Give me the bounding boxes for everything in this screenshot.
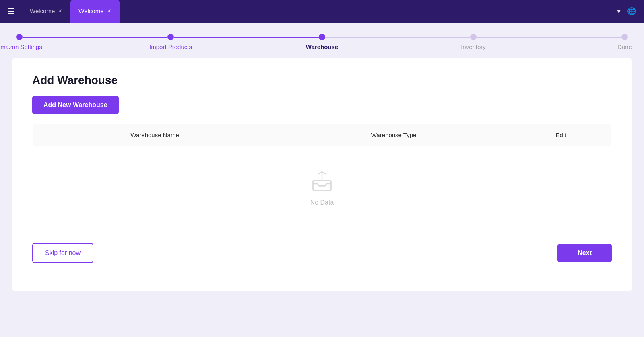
step-line-3: [325, 37, 470, 38]
table-header-row: Warehouse Name Warehouse Type Edit: [33, 124, 612, 146]
step-line-1: [23, 37, 167, 38]
menu-icon[interactable]: ☰: [0, 0, 22, 23]
stepper: Amazon Settings Import Products Warehous…: [0, 23, 644, 48]
step-dot-4: [470, 34, 477, 40]
step-label-4: Inventory: [461, 43, 486, 50]
step-line-2: [174, 37, 319, 38]
header: ☰ Welcome ✕ Welcome ✕ ▾ 🌐: [0, 0, 644, 23]
header-right: ▾ 🌐: [609, 0, 644, 23]
step-line-4: [477, 37, 621, 38]
step-amazon-settings: Amazon Settings: [16, 34, 23, 40]
next-button[interactable]: Next: [557, 244, 612, 262]
tab-welcome-2[interactable]: Welcome ✕: [70, 0, 119, 23]
col-warehouse-type: Warehouse Type: [277, 124, 510, 146]
step-label-1: Amazon Settings: [0, 43, 42, 50]
col-warehouse-name: Warehouse Name: [33, 124, 277, 146]
step-dot-2: [167, 34, 174, 40]
empty-state-row: No Data: [33, 146, 612, 231]
step-label-3: Warehouse: [306, 43, 338, 50]
page-title: Add Warehouse: [32, 74, 612, 87]
step-dot-5: [621, 34, 628, 40]
step-warehouse: Warehouse: [319, 34, 325, 40]
step-import-products: Import Products: [167, 34, 174, 40]
empty-inbox-icon: [310, 170, 334, 194]
add-new-warehouse-button[interactable]: Add New Warehouse: [32, 96, 119, 114]
step-done: Done: [621, 34, 628, 40]
step-label-2: Import Products: [149, 43, 192, 50]
step-inventory: Inventory: [470, 34, 477, 40]
globe-icon[interactable]: 🌐: [627, 7, 636, 16]
tab-close-2[interactable]: ✕: [107, 8, 111, 14]
bottom-bar: Skip for now Next: [32, 243, 612, 263]
step-dot-3: [319, 34, 325, 40]
tab-welcome-1[interactable]: Welcome ✕: [22, 0, 70, 23]
warehouse-table: Warehouse Name Warehouse Type Edit No Da…: [32, 124, 612, 231]
col-edit: Edit: [510, 124, 611, 146]
skip-for-now-button[interactable]: Skip for now: [32, 243, 93, 263]
empty-text: No Data: [41, 199, 603, 206]
step-dot-1: [16, 34, 23, 40]
chevron-down-icon[interactable]: ▾: [617, 7, 621, 16]
main-content: Add Warehouse Add New Warehouse Warehous…: [12, 58, 632, 291]
tab-label-1: Welcome: [30, 8, 55, 14]
tab-close-1[interactable]: ✕: [58, 8, 62, 14]
tab-label-2: Welcome: [78, 8, 103, 14]
step-label-5: Done: [617, 43, 632, 50]
empty-state: No Data: [33, 146, 611, 230]
